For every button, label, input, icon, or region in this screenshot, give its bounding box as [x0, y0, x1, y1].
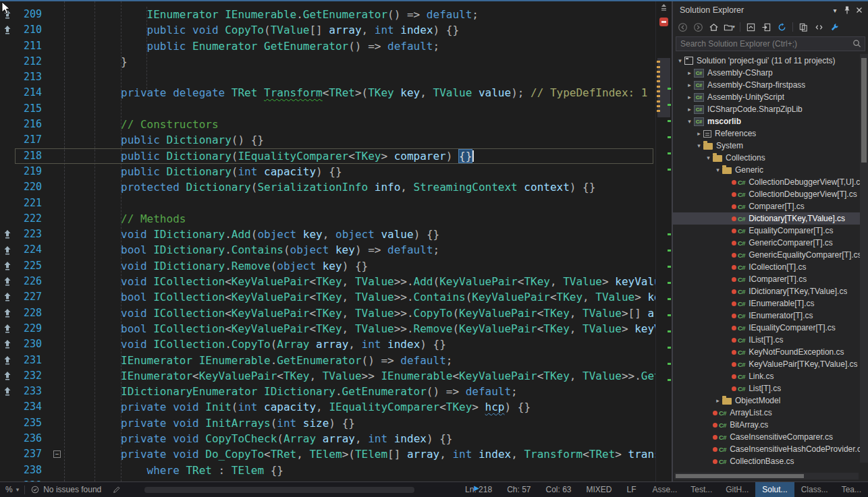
fold-collapse-icon[interactable]: − — [53, 450, 61, 458]
chevron-expanded-icon[interactable]: ▾ — [685, 118, 694, 125]
code-line[interactable]: 213 — [0, 69, 655, 85]
outlining-margin[interactable] — [47, 117, 69, 132]
code-line[interactable]: 221 — [0, 196, 655, 211]
properties-icon[interactable] — [828, 20, 842, 34]
code-line[interactable]: 229 bool ICollection<KeyValuePair<TKey, … — [0, 321, 655, 337]
code-line[interactable]: 222 // Methods — [0, 211, 655, 227]
implements-member-icon[interactable] — [3, 9, 11, 20]
document-health[interactable]: No issues found — [25, 482, 107, 497]
gutter-icon-margin[interactable] — [0, 7, 15, 22]
line-number[interactable]: 209 — [15, 7, 47, 22]
implements-member-icon[interactable] — [3, 245, 11, 256]
gutter-icon-margin[interactable] — [0, 101, 15, 117]
code-line[interactable]: 220 protected Dictionary(SerializationIn… — [0, 179, 655, 195]
tree-item[interactable]: C#CaseInsensitiveComparer.cs — [673, 431, 868, 443]
line-number[interactable]: 218 — [15, 148, 47, 164]
outlining-margin[interactable] — [47, 305, 69, 321]
gutter-icon-margin[interactable] — [0, 478, 15, 481]
implements-member-icon[interactable] — [3, 292, 11, 302]
line-number[interactable]: 226 — [15, 274, 47, 289]
code-text[interactable]: public Enumerator GetEnumerator() => def… — [69, 38, 655, 54]
chevron-collapsed-icon[interactable]: ▸ — [685, 106, 694, 113]
tree-vertical-scrollbar[interactable] — [860, 54, 868, 463]
outlining-margin[interactable] — [47, 289, 69, 305]
line-number[interactable]: 225 — [15, 258, 47, 274]
tree-item[interactable]: ▾C#mscorlib — [673, 115, 868, 127]
gutter-icon-margin[interactable] — [0, 164, 15, 179]
code-line[interactable]: 210 public void CopyTo(TValue[] array, i… — [0, 22, 655, 38]
gutter-icon-margin[interactable] — [0, 305, 15, 321]
implements-member-icon[interactable] — [3, 324, 11, 334]
back-icon[interactable] — [676, 20, 690, 34]
code-line[interactable]: 238 where TRet : TElem {} — [0, 463, 655, 478]
outlining-margin[interactable] — [47, 399, 69, 415]
code-line[interactable]: 219 public Dictionary(int capacity) {} — [0, 164, 655, 179]
line-number[interactable]: 234 — [15, 399, 47, 415]
status-metric[interactable]: MIXED — [587, 485, 612, 494]
code-text[interactable]: bool ICollection<KeyValuePair<TKey, TVal… — [69, 321, 655, 337]
gutter-icon-margin[interactable] — [0, 242, 15, 258]
chevron-collapsed-icon[interactable]: ▸ — [685, 94, 694, 100]
tree-item[interactable]: C#CollectionDebuggerView[T,U].cs — [673, 176, 868, 188]
tree-item[interactable]: C#CaseInsensitiveHashCodeProvider.cs — [673, 443, 868, 455]
gutter-icon-margin[interactable] — [0, 368, 15, 384]
tree-item[interactable]: C#KeyValuePair[TKey,TValue].cs — [673, 358, 868, 370]
code-text[interactable]: private delegate TRet Transform<TRet>(TK… — [69, 85, 655, 100]
refresh-icon[interactable] — [775, 20, 789, 34]
line-number[interactable]: 231 — [15, 353, 47, 368]
outlining-margin[interactable] — [47, 179, 69, 195]
chevron-expanded-icon[interactable]: ▾ — [704, 154, 713, 161]
editor-horizontal-scrollbar[interactable]: ▶ — [131, 482, 461, 497]
line-number[interactable]: 229 — [15, 321, 47, 337]
gutter-icon-margin[interactable] — [0, 353, 15, 368]
outlining-margin[interactable] — [47, 337, 69, 352]
scrollbar-thumb[interactable] — [144, 487, 414, 493]
tree-item[interactable]: ▸ObjectModel — [673, 394, 868, 407]
line-number[interactable]: 224 — [15, 242, 47, 258]
code-line[interactable]: 224 bool IDictionary.Contains(object key… — [0, 242, 655, 258]
tree-item[interactable]: C#List[T].cs — [673, 382, 868, 394]
outlining-margin[interactable] — [47, 258, 69, 274]
view-code-icon[interactable] — [812, 20, 826, 34]
panel-title-bar[interactable]: Solution Explorer ▾ — [673, 1, 868, 19]
window-position-caret-icon[interactable]: ▾ — [829, 4, 841, 16]
panel-tab[interactable]: Class... — [794, 482, 835, 497]
gutter-icon-margin[interactable] — [0, 463, 15, 478]
outlining-margin[interactable] — [47, 321, 69, 337]
code-text[interactable]: bool ICollection<KeyValuePair<TKey, TVal… — [69, 289, 655, 305]
line-number[interactable]: 215 — [15, 101, 47, 117]
code-line[interactable]: 235 private void InitArrays(int size) {} — [0, 415, 655, 431]
chevron-expanded-icon[interactable]: ▾ — [695, 142, 703, 149]
outlining-margin[interactable] — [47, 69, 69, 85]
scrollbar-thumb[interactable] — [676, 474, 804, 478]
outlining-margin[interactable] — [47, 353, 69, 368]
outlining-margin[interactable]: − — [47, 446, 69, 462]
home-icon[interactable] — [707, 20, 721, 34]
code-text[interactable]: bool IDictionary.Contains(object key) =>… — [69, 242, 655, 258]
tree-item[interactable]: C#Dictionary[TKey,TValue].cs — [673, 212, 868, 225]
gutter-icon-margin[interactable] — [0, 431, 15, 446]
gutter-icon-margin[interactable] — [0, 399, 15, 415]
code-line[interactable]: 239 private static KeyValuePair<TKey, TV… — [0, 478, 655, 481]
code-text[interactable]: void IDictionary.Remove(object key) {} — [69, 258, 655, 274]
code-text[interactable]: // Methods — [69, 211, 655, 227]
panel-tab[interactable]: GitH... — [719, 482, 755, 497]
code-text[interactable]: private static KeyValuePair<TKey, TValue… — [69, 478, 655, 481]
code-text[interactable]: private void InitArrays(int size) {} — [69, 415, 655, 431]
implements-member-icon[interactable] — [3, 371, 11, 381]
chevron-collapsed-icon[interactable]: ▸ — [685, 82, 694, 88]
tree-item[interactable]: C#CollectionBase.cs — [673, 455, 868, 467]
outlining-margin[interactable] — [47, 196, 69, 211]
chevron-collapsed-icon[interactable]: ▸ — [695, 130, 703, 137]
code-line[interactable]: 211 public Enumerator GetEnumerator() =>… — [0, 38, 655, 54]
panel-tab[interactable]: Test... — [684, 482, 719, 497]
gutter-icon-margin[interactable] — [0, 289, 15, 305]
outlining-margin[interactable] — [47, 368, 69, 384]
show-all-files-icon[interactable] — [796, 20, 811, 34]
code-line[interactable]: 212 } — [0, 54, 655, 69]
line-number[interactable]: 233 — [15, 384, 47, 399]
panel-tab[interactable]: Asse... — [646, 482, 684, 497]
gutter-icon-margin[interactable] — [0, 179, 15, 195]
implements-member-icon[interactable] — [3, 229, 11, 239]
tree-item[interactable]: C#Comparer[T].cs — [673, 200, 868, 212]
